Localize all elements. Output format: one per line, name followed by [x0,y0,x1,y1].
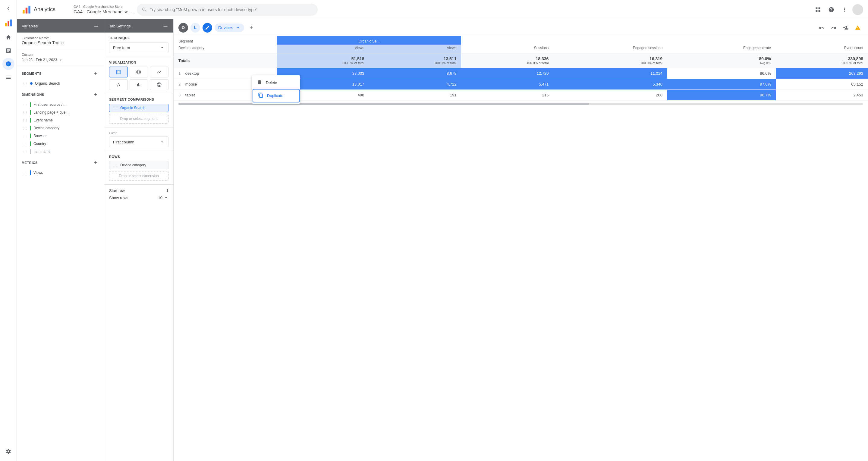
metric-label: Views [33,171,43,175]
metric-views[interactable]: ⋮⋮ Views [17,169,104,177]
svg-point-10 [119,84,119,85]
trash-icon [257,80,262,86]
mobile-eng-rate: 97.6% [667,79,776,90]
dim-device-category[interactable]: ⋮⋮ Device category [17,124,104,132]
add-segment-button[interactable]: + [92,70,99,77]
dim-landing-page[interactable]: ⋮⋮ Landing page + que... [17,109,104,116]
dimensions-title: DIMENSIONS [22,93,44,96]
tab-settings-title: Tab Settings [109,24,131,28]
property-subtitle: GA4 - Google Merchandise Store [73,5,133,9]
organic-search-segment-header: Organic Se... [277,36,461,44]
drop-dimension-text: Drop or select dimension [119,174,159,178]
start-row-value: 1 [166,188,168,193]
viz-bar-button[interactable] [130,79,148,90]
tab-l-avatar[interactable]: L [190,23,200,33]
property-title: GA4 - Google Merchandise ... [73,9,133,14]
totals-sessions: 18,336 100.0% of total [461,53,553,68]
metrics-header: METRICS + [17,155,104,169]
metric-handle: ⋮⋮ [22,171,28,175]
svg-rect-1 [7,21,9,26]
svg-point-7 [118,84,119,84]
desktop-views-2: 8,678 [369,68,461,79]
variables-minimize[interactable]: — [93,23,99,29]
redo-button[interactable] [828,22,839,33]
desktop-eng-rate: 86.6% [667,68,776,79]
viz-table-button[interactable] [109,67,128,78]
duplicate-menu-item[interactable]: Duplicate [253,89,300,102]
warning-button[interactable] [852,22,863,33]
svg-rect-3 [23,10,24,13]
totals-engaged-sessions: 16,319 100.0% of total [553,53,667,68]
segment-comparison-chip[interactable]: ⋮⋮ Organic Search [109,104,168,112]
desktop-event-count: 263,293 [776,68,868,79]
dim-item-name[interactable]: ⋮⋮ Item name [17,148,104,155]
technique-select[interactable]: Free form [109,42,168,53]
delete-menu-item[interactable]: Delete [252,76,300,89]
date-section: Custom Jan 23 - Feb 21, 2023 [17,49,104,66]
segment-comparisons-section: SEGMENT COMPARISONS ⋮⋮ Organic Search Dr… [104,94,173,127]
nav-home[interactable] [2,31,14,43]
date-picker[interactable]: Jan 23 - Feb 21, 2023 [22,58,99,62]
pivot-select[interactable]: First column [109,136,168,147]
more-options-button[interactable] [839,4,850,15]
search-input[interactable] [150,7,313,12]
drop-segment-zone[interactable]: Drop or select segment [109,114,168,124]
start-show-section: Start row 1 Show rows 10 [104,185,173,206]
add-dimension-button[interactable]: + [92,91,99,98]
add-user-button[interactable] [840,22,851,33]
totals-views-2: 13,511 100.0% of total [369,53,461,68]
active-tab[interactable]: Devices [215,24,244,32]
help-button[interactable] [826,4,837,15]
svg-rect-2 [10,20,12,26]
dim-first-user-source[interactable]: ⋮⋮ First user source / ... [17,101,104,109]
grid-view-button[interactable] [812,4,824,15]
desktop-sessions: 12,720 [461,68,553,79]
context-menu: Delete Duplicate [252,75,300,104]
add-tab-button[interactable]: + [247,23,256,33]
chip-handle: ⋮⋮ [113,164,119,167]
segment-item-organic[interactable]: ⋮⋮ Organic Search [17,80,104,87]
undo-button[interactable] [816,22,827,33]
nav-settings[interactable] [2,445,14,457]
search-icon [142,7,147,12]
nav-reports[interactable] [2,44,14,57]
tab-o-avatar[interactable]: O [179,23,188,33]
nav-explore[interactable] [2,58,14,70]
show-rows-select[interactable]: 10 [158,195,168,200]
search-bar[interactable] [137,4,318,16]
back-button[interactable] [2,2,14,14]
viz-label: VISUALIZATION [109,61,168,64]
rows-dim-chip[interactable]: ⋮⋮ Device category [109,161,168,169]
drop-dimension-zone[interactable]: Drop or select dimension [109,171,168,181]
start-row-label: Start row [109,188,125,193]
date-label: Custom [22,53,99,56]
mobile-views-2: 4,722 [369,79,461,90]
dim-country[interactable]: ⋮⋮ Country [17,140,104,148]
segments-title: SEGMENTS [22,72,41,75]
technique-label: TECHNIQUE [109,36,168,40]
exploration-name: Organic Search Traffic [22,40,99,45]
viz-scatter-button[interactable] [109,79,128,90]
totals-engagement-rate: 89.0% Avg 0% [667,53,776,68]
event-count-col-header: Event count [776,44,868,53]
duplicate-label: Duplicate [267,93,283,98]
add-metric-button[interactable]: + [92,159,99,166]
table-header-bottom: Device category Views Views Sessions Eng… [174,44,868,53]
dim-event-name[interactable]: ⋮⋮ Event name [17,116,104,124]
viz-donut-button[interactable] [130,67,148,78]
dim-label: Browser [33,134,47,138]
scrollbar-thumb[interactable] [179,103,589,105]
drop-segment-text: Drop or select segment [120,117,157,121]
viz-line-button[interactable] [150,67,168,78]
chevron-down-icon [160,140,164,144]
totals-views-1: 51,518 100.0% of total [277,53,369,68]
tab-settings-minimize[interactable]: — [162,23,168,29]
viz-globe-button[interactable] [150,79,168,90]
rows-section: ROWS ⋮⋮ Device category Drop or select d… [104,151,173,185]
account-button[interactable] [852,4,863,15]
nav-advertising[interactable] [2,71,14,83]
dimension-col-header: Device category [174,44,277,53]
dim-browser[interactable]: ⋮⋮ Browser [17,132,104,140]
dim-handle: ⋮⋮ [22,111,28,114]
sessions-col-header: Sessions [461,44,553,53]
